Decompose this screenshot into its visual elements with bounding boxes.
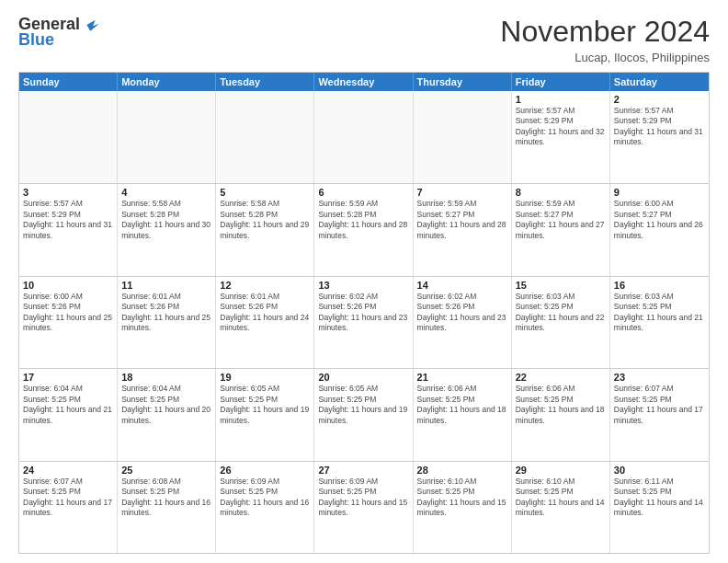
calendar-day-24: 24Sunrise: 6:07 AM Sunset: 5:25 PM Dayli… <box>19 462 118 553</box>
day-number: 14 <box>417 280 507 291</box>
calendar-day-12: 12Sunrise: 6:01 AM Sunset: 5:26 PM Dayli… <box>216 277 314 368</box>
day-number: 16 <box>614 280 705 291</box>
day-info: Sunrise: 6:03 AM Sunset: 5:25 PM Dayligh… <box>516 292 606 334</box>
day-info: Sunrise: 6:02 AM Sunset: 5:26 PM Dayligh… <box>318 292 408 334</box>
day-info: Sunrise: 6:09 AM Sunset: 5:25 PM Dayligh… <box>318 477 408 519</box>
calendar-day-10: 10Sunrise: 6:00 AM Sunset: 5:26 PM Dayli… <box>19 277 118 368</box>
calendar-header-tuesday: Tuesday <box>216 73 314 91</box>
day-number: 1 <box>516 94 606 105</box>
day-info: Sunrise: 6:07 AM Sunset: 5:25 PM Dayligh… <box>614 384 705 426</box>
day-number: 6 <box>318 187 408 198</box>
calendar-day-11: 11Sunrise: 6:01 AM Sunset: 5:26 PM Dayli… <box>118 277 216 368</box>
day-number: 28 <box>417 465 507 476</box>
day-number: 24 <box>23 465 113 476</box>
calendar-empty-cell <box>19 91 118 183</box>
day-info: Sunrise: 5:59 AM Sunset: 5:28 PM Dayligh… <box>318 199 408 241</box>
day-info: Sunrise: 5:57 AM Sunset: 5:29 PM Dayligh… <box>516 106 606 148</box>
calendar-day-28: 28Sunrise: 6:10 AM Sunset: 5:25 PM Dayli… <box>414 462 512 553</box>
calendar-header-sunday: Sunday <box>19 73 118 91</box>
calendar-day-7: 7Sunrise: 5:59 AM Sunset: 5:27 PM Daylig… <box>414 184 512 275</box>
day-info: Sunrise: 5:58 AM Sunset: 5:28 PM Dayligh… <box>220 199 310 241</box>
calendar-day-22: 22Sunrise: 6:06 AM Sunset: 5:25 PM Dayli… <box>512 369 610 460</box>
calendar-grid: 1Sunrise: 5:57 AM Sunset: 5:29 PM Daylig… <box>19 91 709 553</box>
calendar-day-8: 8Sunrise: 5:59 AM Sunset: 5:27 PM Daylig… <box>512 184 610 275</box>
calendar-day-27: 27Sunrise: 6:09 AM Sunset: 5:25 PM Dayli… <box>314 462 413 553</box>
day-info: Sunrise: 6:11 AM Sunset: 5:25 PM Dayligh… <box>614 477 705 519</box>
calendar-header-monday: Monday <box>118 73 216 91</box>
calendar-row-4: 17Sunrise: 6:04 AM Sunset: 5:25 PM Dayli… <box>19 368 709 460</box>
day-info: Sunrise: 6:02 AM Sunset: 5:26 PM Dayligh… <box>417 292 507 334</box>
day-number: 25 <box>121 465 211 476</box>
day-number: 12 <box>220 280 310 291</box>
day-info: Sunrise: 6:10 AM Sunset: 5:25 PM Dayligh… <box>417 477 507 519</box>
day-number: 22 <box>516 372 606 383</box>
calendar: SundayMondayTuesdayWednesdayThursdayFrid… <box>18 72 710 554</box>
location: Lucap, Ilocos, Philippines <box>500 51 710 64</box>
day-info: Sunrise: 6:06 AM Sunset: 5:25 PM Dayligh… <box>417 384 507 426</box>
day-number: 21 <box>417 372 507 383</box>
calendar-day-26: 26Sunrise: 6:09 AM Sunset: 5:25 PM Dayli… <box>216 462 314 553</box>
calendar-row-1: 1Sunrise: 5:57 AM Sunset: 5:29 PM Daylig… <box>19 91 709 183</box>
calendar-row-5: 24Sunrise: 6:07 AM Sunset: 5:25 PM Dayli… <box>19 461 709 553</box>
calendar-row-3: 10Sunrise: 6:00 AM Sunset: 5:26 PM Dayli… <box>19 276 709 368</box>
day-info: Sunrise: 6:05 AM Sunset: 5:25 PM Dayligh… <box>318 384 408 426</box>
day-info: Sunrise: 5:58 AM Sunset: 5:28 PM Dayligh… <box>121 199 211 241</box>
day-number: 8 <box>516 187 606 198</box>
calendar-day-2: 2Sunrise: 5:57 AM Sunset: 5:29 PM Daylig… <box>610 91 709 183</box>
calendar-header-thursday: Thursday <box>414 73 512 91</box>
day-number: 20 <box>318 372 408 383</box>
page: General Blue November 2024 Lucap, Ilocos… <box>0 0 728 563</box>
calendar-header-saturday: Saturday <box>610 73 709 91</box>
title-section: November 2024 Lucap, Ilocos, Philippines <box>500 15 710 64</box>
day-info: Sunrise: 6:00 AM Sunset: 5:27 PM Dayligh… <box>614 199 705 241</box>
calendar-day-25: 25Sunrise: 6:08 AM Sunset: 5:25 PM Dayli… <box>118 462 216 553</box>
calendar-empty-cell <box>118 91 216 183</box>
day-number: 11 <box>121 280 211 291</box>
calendar-day-13: 13Sunrise: 6:02 AM Sunset: 5:26 PM Dayli… <box>314 277 413 368</box>
day-number: 27 <box>318 465 408 476</box>
calendar-day-19: 19Sunrise: 6:05 AM Sunset: 5:25 PM Dayli… <box>216 369 314 460</box>
day-number: 26 <box>220 465 310 476</box>
day-number: 2 <box>614 94 705 105</box>
day-number: 4 <box>121 187 211 198</box>
day-number: 10 <box>23 280 113 291</box>
calendar-day-16: 16Sunrise: 6:03 AM Sunset: 5:25 PM Dayli… <box>610 277 709 368</box>
calendar-day-29: 29Sunrise: 6:10 AM Sunset: 5:25 PM Dayli… <box>512 462 610 553</box>
day-info: Sunrise: 6:08 AM Sunset: 5:25 PM Dayligh… <box>121 477 211 519</box>
day-info: Sunrise: 5:59 AM Sunset: 5:27 PM Dayligh… <box>516 199 606 241</box>
calendar-day-23: 23Sunrise: 6:07 AM Sunset: 5:25 PM Dayli… <box>610 369 709 460</box>
calendar-day-17: 17Sunrise: 6:04 AM Sunset: 5:25 PM Dayli… <box>19 369 118 460</box>
day-number: 13 <box>318 280 408 291</box>
calendar-day-3: 3Sunrise: 5:57 AM Sunset: 5:29 PM Daylig… <box>19 184 118 275</box>
day-info: Sunrise: 6:04 AM Sunset: 5:25 PM Dayligh… <box>23 384 113 426</box>
header: General Blue November 2024 Lucap, Ilocos… <box>18 15 710 64</box>
day-number: 9 <box>614 187 705 198</box>
day-info: Sunrise: 6:09 AM Sunset: 5:25 PM Dayligh… <box>220 477 310 519</box>
calendar-day-18: 18Sunrise: 6:04 AM Sunset: 5:25 PM Dayli… <box>118 369 216 460</box>
day-info: Sunrise: 6:05 AM Sunset: 5:25 PM Dayligh… <box>220 384 310 426</box>
day-number: 23 <box>614 372 705 383</box>
svg-marker-0 <box>86 19 98 30</box>
day-number: 15 <box>516 280 606 291</box>
day-info: Sunrise: 5:59 AM Sunset: 5:27 PM Dayligh… <box>417 199 507 241</box>
calendar-row-2: 3Sunrise: 5:57 AM Sunset: 5:29 PM Daylig… <box>19 183 709 275</box>
calendar-header-friday: Friday <box>512 73 610 91</box>
day-info: Sunrise: 6:10 AM Sunset: 5:25 PM Dayligh… <box>516 477 606 519</box>
day-info: Sunrise: 6:01 AM Sunset: 5:26 PM Dayligh… <box>220 292 310 334</box>
day-number: 5 <box>220 187 310 198</box>
day-info: Sunrise: 6:01 AM Sunset: 5:26 PM Dayligh… <box>121 292 211 334</box>
calendar-day-6: 6Sunrise: 5:59 AM Sunset: 5:28 PM Daylig… <box>314 184 413 275</box>
calendar-header: SundayMondayTuesdayWednesdayThursdayFrid… <box>19 73 709 91</box>
day-number: 7 <box>417 187 507 198</box>
logo-blue: Blue <box>18 30 54 50</box>
day-number: 19 <box>220 372 310 383</box>
day-info: Sunrise: 5:57 AM Sunset: 5:29 PM Dayligh… <box>23 199 113 241</box>
month-title: November 2024 <box>500 15 710 49</box>
calendar-empty-cell <box>414 91 512 183</box>
calendar-day-14: 14Sunrise: 6:02 AM Sunset: 5:26 PM Dayli… <box>414 277 512 368</box>
day-info: Sunrise: 6:07 AM Sunset: 5:25 PM Dayligh… <box>23 477 113 519</box>
day-number: 29 <box>516 465 606 476</box>
calendar-day-9: 9Sunrise: 6:00 AM Sunset: 5:27 PM Daylig… <box>610 184 709 275</box>
logo: General Blue <box>18 15 100 50</box>
day-info: Sunrise: 6:06 AM Sunset: 5:25 PM Dayligh… <box>516 384 606 426</box>
